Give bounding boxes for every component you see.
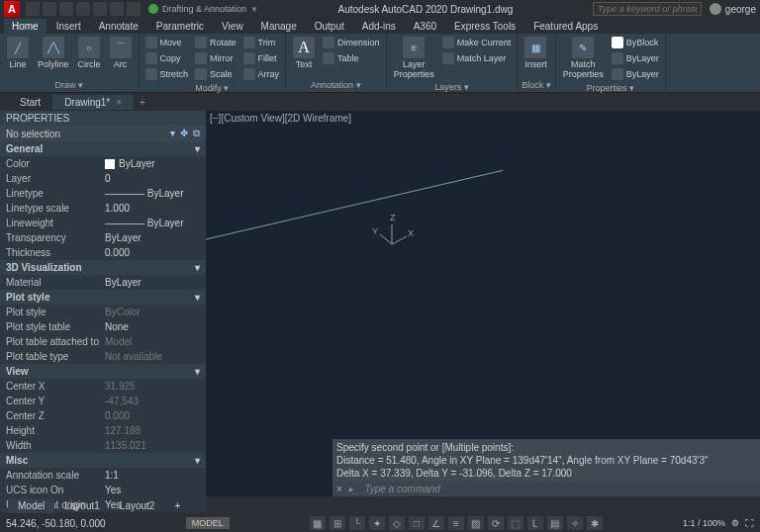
- grid-toggle[interactable]: ▦: [310, 516, 326, 530]
- tab-expresstools[interactable]: Express Tools: [446, 19, 523, 34]
- text-button[interactable]: AText: [290, 36, 318, 70]
- tab-manage[interactable]: Manage: [253, 19, 305, 34]
- move-button[interactable]: Move: [143, 36, 191, 49]
- tab-insert[interactable]: Insert: [48, 19, 89, 34]
- close-tab-icon[interactable]: ×: [116, 97, 122, 108]
- selection-filter-toggle[interactable]: ▤: [547, 516, 563, 530]
- property-row[interactable]: MaterialByLayer: [0, 275, 206, 290]
- tab-addins[interactable]: Add-ins: [354, 19, 404, 34]
- stretch-button[interactable]: Stretch: [143, 67, 191, 81]
- property-row[interactable]: Plot table typeNot available: [0, 349, 206, 364]
- tab-featuredapps[interactable]: Featured Apps: [525, 19, 606, 34]
- property-row[interactable]: UCS icon OnYes: [0, 483, 206, 497]
- color-dropdown[interactable]: ByBlock: [610, 36, 661, 49]
- property-row[interactable]: Lineweight———— ByLayer: [0, 216, 206, 230]
- scale-readout[interactable]: 1:1 / 100%: [683, 518, 725, 528]
- model-space-button[interactable]: MODEL: [186, 517, 230, 529]
- property-row[interactable]: Annotation scale1:1: [0, 468, 206, 483]
- panel-label-annotation[interactable]: Annotation ▾: [290, 78, 382, 90]
- property-row[interactable]: Center X31.925: [0, 379, 206, 394]
- qat-saveas-icon[interactable]: [76, 2, 90, 16]
- polar-toggle[interactable]: ✦: [369, 516, 385, 530]
- app-logo[interactable]: A: [4, 1, 20, 17]
- layout-add[interactable]: +: [164, 498, 190, 513]
- pick-add-icon[interactable]: ✥: [180, 128, 188, 138]
- layer-properties-button[interactable]: ≡Layer Properties: [391, 36, 437, 80]
- dynamic-ucs-toggle[interactable]: L: [527, 516, 543, 530]
- match-properties-button[interactable]: ✎Match Properties: [560, 36, 607, 80]
- quick-select-icon[interactable]: ▾: [170, 128, 175, 138]
- property-row[interactable]: Width1135.021: [0, 438, 206, 453]
- selection-cycling-toggle[interactable]: ⟳: [488, 516, 504, 530]
- section-header[interactable]: Plot style▾: [0, 290, 206, 305]
- circle-button[interactable]: ○Circle: [75, 36, 104, 70]
- section-header[interactable]: View▾: [0, 364, 206, 379]
- property-row[interactable]: Center Z0.000: [0, 408, 206, 423]
- filetab-drawing1[interactable]: Drawing1*×: [52, 95, 134, 110]
- match-layer-button[interactable]: Match Layer: [440, 51, 514, 65]
- lineweight-dropdown[interactable]: ByLayer: [610, 51, 661, 65]
- property-row[interactable]: Center Y-47.543: [0, 394, 206, 408]
- rotate-button[interactable]: Rotate: [193, 36, 238, 49]
- property-row[interactable]: TransparencyByLayer: [0, 230, 206, 245]
- help-search-input[interactable]: [593, 2, 702, 16]
- transparency-toggle[interactable]: ▨: [468, 516, 484, 530]
- filetab-start[interactable]: Start: [8, 95, 52, 110]
- scale-button[interactable]: Scale: [193, 67, 238, 81]
- section-header[interactable]: General▾: [0, 141, 206, 156]
- section-header[interactable]: Misc▾: [0, 453, 206, 468]
- tab-home[interactable]: Home: [4, 19, 47, 34]
- clean-screen-icon[interactable]: ⛶: [745, 518, 754, 528]
- property-row[interactable]: Layer0: [0, 171, 206, 186]
- qat-plot-icon[interactable]: [93, 2, 107, 16]
- tab-parametric[interactable]: Parametric: [148, 19, 212, 34]
- tab-a360[interactable]: A360: [406, 19, 444, 34]
- section-header[interactable]: 3D Visualization▾: [0, 260, 206, 275]
- property-row[interactable]: Height127.188: [0, 423, 206, 438]
- command-close-icon[interactable]: ×: [336, 484, 342, 494]
- insert-block-button[interactable]: ▦Insert: [522, 36, 550, 70]
- property-row[interactable]: Linetype———— ByLayer: [0, 186, 206, 201]
- property-row[interactable]: Plot styleByColor: [0, 305, 206, 319]
- drawing-canvas[interactable]: [−][Custom View][2D Wireframe] X Y Z Spe…: [206, 111, 760, 496]
- panel-label-properties[interactable]: Properties ▾: [560, 81, 661, 93]
- array-button[interactable]: Array: [241, 67, 282, 81]
- property-row[interactable]: Linetype scale1.000: [0, 201, 206, 216]
- ortho-toggle[interactable]: └: [349, 516, 365, 530]
- dimension-button[interactable]: Dimension: [321, 36, 382, 49]
- arc-button[interactable]: ⌒Arc: [107, 36, 135, 70]
- tab-annotate[interactable]: Annotate: [91, 19, 146, 34]
- qat-save-icon[interactable]: [59, 2, 73, 16]
- trim-button[interactable]: Trim: [241, 36, 282, 49]
- snap-toggle[interactable]: ⊞: [330, 516, 345, 530]
- tab-output[interactable]: Output: [307, 19, 352, 34]
- property-row[interactable]: Thickness0.000: [0, 245, 206, 260]
- tab-view[interactable]: View: [214, 19, 251, 34]
- polyline-button[interactable]: ╱╲Polyline: [35, 36, 72, 70]
- line-button[interactable]: ╱Line: [4, 36, 32, 70]
- command-line[interactable]: × ▸_ Type a command: [332, 482, 760, 496]
- lineweight-toggle[interactable]: ≡: [448, 516, 464, 530]
- user-menu[interactable]: george: [710, 3, 756, 15]
- gizmo-toggle[interactable]: ✧: [567, 516, 583, 530]
- mirror-button[interactable]: Mirror: [193, 51, 238, 65]
- customize-status-icon[interactable]: ⚙: [731, 518, 739, 528]
- otrack-toggle[interactable]: ∠: [428, 516, 444, 530]
- new-tab-button[interactable]: +: [134, 95, 151, 110]
- layout-1[interactable]: Layout1: [54, 498, 110, 513]
- panel-label-block[interactable]: Block ▾: [522, 78, 551, 90]
- panel-label-layers[interactable]: Layers ▾: [391, 80, 514, 92]
- panel-label-modify[interactable]: Modify ▾: [143, 81, 282, 93]
- select-objects-icon[interactable]: ⧉: [193, 128, 200, 138]
- workspace-selector[interactable]: Drafting & Annotation ▼: [148, 4, 258, 14]
- qat-new-icon[interactable]: [26, 2, 40, 16]
- osnap-toggle[interactable]: □: [409, 516, 425, 530]
- copy-button[interactable]: Copy: [143, 51, 191, 65]
- make-current-button[interactable]: Make Current: [440, 36, 514, 49]
- linetype-dropdown[interactable]: ByLayer: [610, 67, 661, 81]
- property-row[interactable]: Plot table attached toModel: [0, 334, 206, 349]
- property-row[interactable]: ColorByLayer: [0, 156, 206, 171]
- table-button[interactable]: Table: [321, 51, 382, 65]
- selection-label[interactable]: No selection: [6, 129, 60, 139]
- qat-redo-icon[interactable]: [127, 2, 141, 16]
